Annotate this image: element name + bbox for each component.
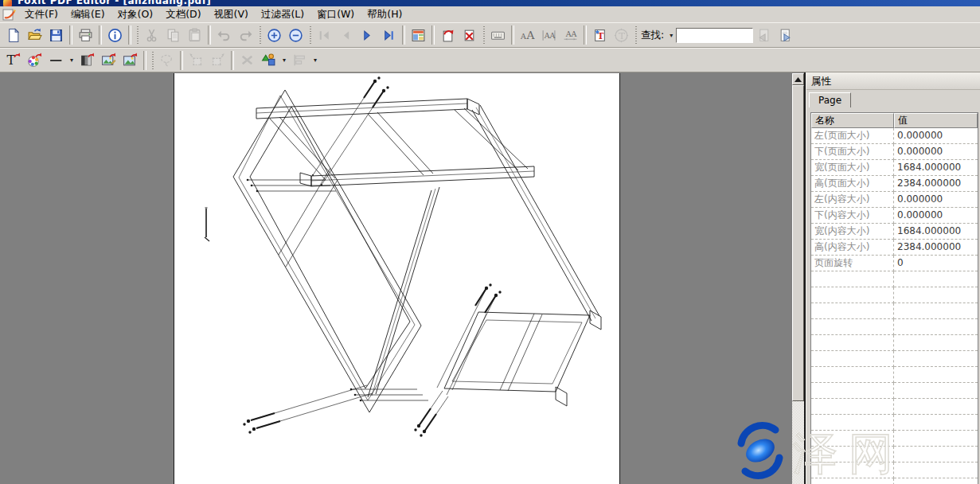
insert-shape-button[interactable]	[258, 50, 279, 71]
line-style-button[interactable]	[45, 50, 67, 71]
chevron-down-icon: ▾	[70, 57, 73, 64]
property-row[interactable]: 下(内容大小)0.000000	[811, 208, 978, 224]
insert-shape-icon	[261, 53, 276, 68]
first-page-button	[314, 25, 335, 45]
menu-item-window[interactable]: 窗口(W)	[310, 7, 361, 22]
next-page-icon	[360, 28, 375, 43]
insert-shape-dropdown[interactable]: ▾	[279, 50, 289, 71]
property-value[interactable]: 2384.000000	[894, 176, 978, 192]
property-value[interactable]: 1684.000000	[894, 160, 978, 176]
vertical-scrollbar[interactable]	[792, 73, 804, 484]
find-input[interactable]	[676, 28, 753, 43]
scrollbar-thumb[interactable]	[792, 85, 804, 401]
document-page[interactable]	[174, 73, 620, 484]
lasso-edit-icon	[159, 53, 174, 68]
watermark-logo-icon	[731, 421, 790, 480]
last-page-button[interactable]	[378, 25, 400, 45]
align-objects-icon	[292, 53, 307, 68]
char-spacing-button[interactable]: AA	[538, 25, 560, 45]
object-toolbar: T▾▾▾	[0, 48, 980, 72]
menu-item-file[interactable]: 文件(F)	[18, 7, 64, 22]
tab-page[interactable]: Page	[809, 92, 851, 107]
next-page-button[interactable]	[357, 25, 378, 45]
property-value[interactable]: 0	[894, 256, 978, 271]
property-name: 高(内容大小)	[811, 240, 894, 256]
property-value[interactable]: 0.000000	[894, 192, 978, 208]
line-style-icon	[49, 53, 64, 68]
toolbar-grip[interactable]	[306, 25, 314, 45]
property-value[interactable]: 0.000000	[894, 128, 978, 144]
property-row[interactable]: 高(页面大小)2384.000000	[811, 176, 978, 192]
svg-text:T: T	[619, 29, 625, 41]
edit-image-button[interactable]	[98, 50, 119, 71]
zoom-in-button[interactable]	[264, 25, 285, 45]
add-text-object-button[interactable]: T	[2, 50, 24, 71]
open-file-button[interactable]	[24, 25, 45, 45]
virtual-keyboard-button[interactable]	[487, 25, 509, 45]
toolbar-separator	[180, 51, 183, 70]
toolbar-grip[interactable]	[480, 25, 487, 45]
property-row-empty	[811, 463, 978, 478]
scroll-up-button[interactable]	[792, 73, 804, 85]
set-color-icon	[27, 53, 42, 68]
delete-page-button[interactable]	[459, 25, 480, 45]
toolbar-grip[interactable]	[632, 25, 639, 45]
property-row[interactable]: 宽(页面大小)1684.000000	[811, 160, 978, 176]
property-name: 左(内容大小)	[811, 192, 894, 208]
group-rotate-left-icon	[189, 53, 204, 68]
word-spacing-button[interactable]: AA	[560, 25, 581, 45]
toolbar-separator	[143, 51, 146, 70]
save-file-icon	[49, 28, 64, 43]
svg-text:A: A	[520, 31, 526, 40]
print-button[interactable]	[75, 25, 96, 45]
property-row-empty	[811, 271, 978, 287]
menu-bar: 文件(F)编辑(E)对象(O)文档(D)视图(V)过滤器(L)窗口(W)帮助(H…	[0, 6, 980, 23]
save-file-button[interactable]	[45, 25, 67, 45]
set-color-button[interactable]	[24, 50, 45, 71]
property-row[interactable]: 下(页面大小)0.000000	[811, 144, 978, 160]
align-dropdown[interactable]: ▾	[310, 50, 320, 71]
property-name: 宽(页面大小)	[811, 160, 894, 176]
zoom-out-button[interactable]	[285, 25, 306, 45]
line-style-dropdown[interactable]: ▾	[67, 50, 76, 71]
page-thumbnails-button[interactable]	[408, 25, 429, 45]
menu-item-object[interactable]: 对象(O)	[111, 7, 160, 22]
property-value[interactable]: 0.000000	[894, 144, 978, 160]
new-document-button[interactable]	[2, 25, 24, 45]
chevron-down-icon: ▾	[283, 57, 286, 64]
property-row[interactable]: 左(内容大小)0.000000	[811, 192, 978, 208]
property-value[interactable]: 2384.000000	[894, 240, 978, 256]
toolbar-separator	[208, 25, 211, 45]
add-image-button[interactable]	[119, 50, 141, 71]
property-row-empty	[811, 399, 978, 415]
property-value[interactable]: 0.000000	[894, 208, 978, 224]
property-value[interactable]: 1684.000000	[894, 224, 978, 240]
find-previous-button	[753, 25, 775, 45]
svg-text:A: A	[525, 29, 535, 41]
document-info-button[interactable]	[104, 25, 126, 45]
document-menu-icon	[2, 9, 16, 21]
menu-item-edit[interactable]: 编辑(E)	[64, 7, 111, 22]
find-history-dropdown[interactable]: ▾	[666, 25, 676, 45]
find-next-button[interactable]	[775, 25, 796, 45]
lasso-edit-button	[156, 50, 178, 71]
toolbar-grip[interactable]	[256, 25, 264, 45]
property-name: 页面旋转	[811, 256, 894, 271]
property-row[interactable]: 高(内容大小)2384.000000	[811, 240, 978, 256]
add-text-button[interactable]: T	[589, 25, 611, 45]
toolbar-grip[interactable]	[149, 50, 156, 71]
property-row[interactable]: 宽(内容大小)1684.000000	[811, 224, 978, 240]
font-size-icon: AA	[520, 28, 535, 43]
property-row[interactable]: 左(页面大小)0.000000	[811, 128, 978, 144]
menu-item-filter[interactable]: 过滤器(L)	[255, 7, 310, 22]
redo-button	[235, 25, 256, 45]
group-rotate-right-icon	[210, 53, 225, 68]
fill-style-button[interactable]	[76, 50, 98, 71]
menu-item-view[interactable]: 视图(V)	[208, 7, 255, 22]
rotate-page-button[interactable]	[437, 25, 459, 45]
menu-item-help[interactable]: 帮助(H)	[361, 7, 408, 22]
toolbar-grip[interactable]	[134, 25, 141, 45]
property-row[interactable]: 页面旋转0	[811, 256, 978, 271]
menu-item-document[interactable]: 文档(D)	[159, 7, 207, 22]
font-size-button[interactable]: AA	[517, 25, 538, 45]
